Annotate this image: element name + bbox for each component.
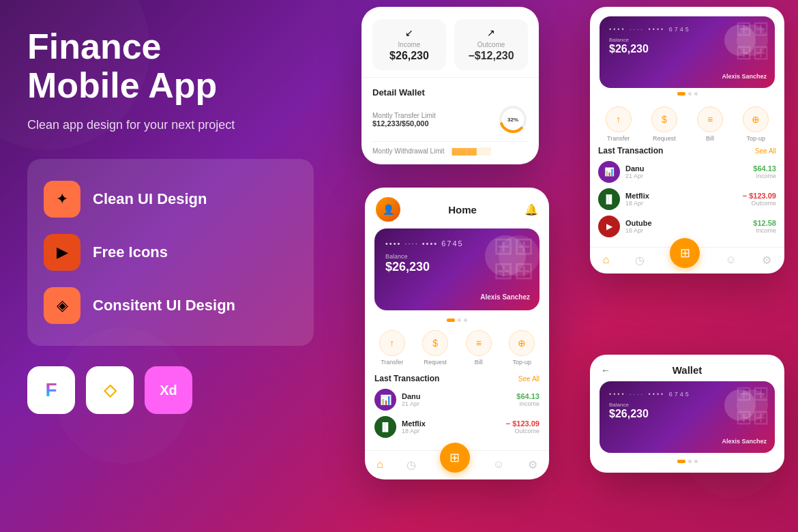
wallet-card: ← Wallet ⊞⊞⊞⊞ •••• ···· •••• 6745 Balanc…	[590, 355, 784, 473]
wdot-1	[677, 460, 685, 463]
stats-bar: ↙ Income $26,230 ↗ Outcome −$12,230	[361, 7, 539, 78]
home-nav-icon[interactable]: ⌂	[376, 458, 383, 471]
outcome-stat: ↗ Outcome −$12,230	[454, 19, 528, 70]
outcome-arrow: ↗	[462, 27, 520, 38]
danu-date: 21 Apr	[402, 400, 421, 407]
right-outube-name: Outube	[625, 219, 652, 227]
right-transfer-label: Transfer	[607, 135, 630, 142]
metflix-icon: ▐▌	[374, 416, 396, 438]
right-request-label: Request	[653, 135, 676, 142]
danu-value: $64.13	[516, 392, 540, 400]
danu-type: Income	[516, 400, 540, 407]
request-icon: $	[422, 330, 448, 356]
detail-wallet-title: Detail Wallet	[372, 87, 528, 98]
right-settings-nav[interactable]: ⚙	[762, 254, 771, 267]
right-card-name: Alexis Sanchez	[722, 73, 767, 80]
main-title: Finance Mobile App	[27, 27, 314, 105]
metflix-date: 18 Apr	[402, 428, 426, 434]
fab-button[interactable]: ⊞	[440, 443, 470, 473]
center-top-phone: ↙ Income $26,230 ↗ Outcome −$12,230 Deta…	[361, 7, 539, 164]
withdrawal-row: Montly Withdrawal Limit ▓▓▓▓▓░░░	[372, 141, 528, 155]
right-topup-icon: ⊕	[743, 106, 769, 132]
right-outube-amount: $12.58 Income	[753, 219, 776, 234]
metflix-value: − $123.09	[506, 419, 540, 428]
wallet-title: Wallet	[673, 364, 703, 376]
settings-nav-icon[interactable]: ⚙	[528, 458, 537, 471]
danu-info: Danu 21 Apr	[402, 392, 421, 407]
stats-phone-card: ↙ Income $26,230 ↗ Outcome −$12,230 Deta…	[361, 7, 539, 164]
action-bill[interactable]: ≡ Bill	[466, 330, 492, 366]
right-action-topup[interactable]: ⊕ Top-up	[743, 106, 769, 142]
detail-wallet-section: Detail Wallet Montly Transfer Limit $12,…	[361, 78, 539, 164]
metflix-type: Outcome	[506, 428, 540, 434]
right-top-phone: ⊞⊞⊞⊞ •••• ···· •••• 6745 Balance $26,230…	[590, 7, 784, 274]
right-action-transfer[interactable]: ↑ Transfer	[606, 106, 632, 142]
transactions-section: Last Transaction See All 📊 Danu 21 Apr $…	[365, 374, 549, 450]
credit-card: ⊞⊞⊞⊞ •••• ···· •••• 6745 Balance $26,230…	[374, 228, 540, 310]
right-action-row: ↑ Transfer $ Request ≡ Bill ⊕ Top-up	[590, 101, 784, 146]
progress-circle: 32%	[498, 104, 528, 134]
right-outube-date: 16 Apr	[625, 227, 652, 234]
right-action-request[interactable]: $ Request	[651, 106, 677, 142]
transfer-limit-info: Montly Transfer Limit $12,233/$50,000	[372, 112, 436, 128]
action-request[interactable]: $ Request	[422, 330, 448, 366]
dot-2	[458, 319, 461, 322]
danu-amount: $64.13 Income	[516, 392, 540, 407]
right-fab-button[interactable]: ⊞	[670, 238, 700, 268]
right-danu-name: Danu	[625, 164, 645, 173]
request-label: Request	[424, 359, 447, 366]
right-top-card: ⊞⊞⊞⊞ •••• ···· •••• 6745 Balance $26,230…	[590, 7, 784, 274]
xd-icon: Xd	[145, 366, 192, 414]
right-danu-info: Danu 21 Apr	[625, 164, 645, 179]
right-outube-info: Outube 16 Apr	[625, 219, 652, 234]
income-value: $26,230	[381, 50, 438, 62]
right-home-nav[interactable]: ⌂	[603, 254, 610, 266]
right-outube-type: Income	[753, 227, 776, 234]
home-header: 👤 Home 🔔	[365, 188, 549, 228]
rdot-2	[688, 92, 692, 95]
right-trans-outube: ▶ Outube 16 Apr $12.58 Income	[598, 216, 776, 237]
chat-nav-icon[interactable]: ☺	[493, 458, 504, 471]
right-topup-label: Top-up	[747, 135, 766, 142]
action-transfer[interactable]: ↑ Transfer	[379, 330, 405, 366]
right-stats-nav[interactable]: ◷	[635, 254, 645, 267]
stats-nav-icon[interactable]: ◷	[407, 458, 416, 471]
right-danu-amount: $64.13 Income	[753, 164, 776, 179]
right-metflix-type: Outcome	[743, 200, 776, 207]
income-arrow: ↙	[381, 27, 438, 38]
wallet-header: ← Wallet	[590, 355, 784, 381]
action-topup[interactable]: ⊕ Top-up	[509, 330, 535, 366]
user-avatar: 👤	[376, 197, 400, 222]
home-title: Home	[448, 204, 477, 216]
right-transfer-icon: ↑	[606, 106, 632, 132]
right-see-all[interactable]: See All	[755, 147, 776, 155]
subtitle: Clean app design for your next project	[27, 116, 314, 134]
left-panel: Finance Mobile App Clean app design for …	[27, 27, 314, 414]
back-arrow-icon[interactable]: ←	[601, 365, 610, 376]
feature-list: ✦ Clean UI Design ▶ Free Icons ◈ Consite…	[27, 159, 314, 346]
card-holder-name: Alexis Sanchez	[480, 293, 530, 301]
right-chat-nav[interactable]: ☺	[726, 254, 737, 266]
right-action-bill[interactable]: ≡ Bill	[697, 106, 723, 142]
bill-label: Bill	[475, 359, 483, 366]
wallet-card-name: Alexis Sanchez	[722, 438, 767, 445]
wallet-card-pagination	[590, 460, 784, 463]
topup-label: Top-up	[512, 359, 531, 366]
right-card-pagination	[590, 92, 784, 95]
right-metflix-amount: − $123.09 Outcome	[743, 192, 776, 207]
metflix-name: Metflix	[402, 419, 426, 428]
feature-item-free-icons: ▶ Free Icons	[44, 226, 297, 279]
notification-icon[interactable]: 🔔	[524, 203, 538, 216]
right-credit-card-wrap: ⊞⊞⊞⊞ •••• ···· •••• 6745 Balance $26,230…	[600, 16, 775, 88]
dot-1	[447, 319, 455, 322]
topup-icon: ⊕	[509, 330, 535, 356]
home-phone: 👤 Home 🔔 ⊞⊞⊞⊞ •••• ···· •••• 6745 Balanc…	[365, 188, 549, 479]
transactions-header: Last Transaction See All	[374, 374, 540, 383]
outcome-value: −$12,230	[462, 50, 520, 62]
bottom-nav: ⌂ ◷ ⊞ ☺ ⚙	[365, 450, 549, 479]
right-trans-danu: 📊 Danu 21 Apr $64.13 Income	[598, 161, 776, 183]
transaction-danu: 📊 Danu 21 Apr $64.13 Income	[374, 389, 540, 411]
see-all-link[interactable]: See All	[518, 375, 540, 383]
right-bill-icon: ≡	[697, 106, 723, 132]
wallet-card-grid: ⊞⊞⊞⊞	[735, 381, 769, 429]
